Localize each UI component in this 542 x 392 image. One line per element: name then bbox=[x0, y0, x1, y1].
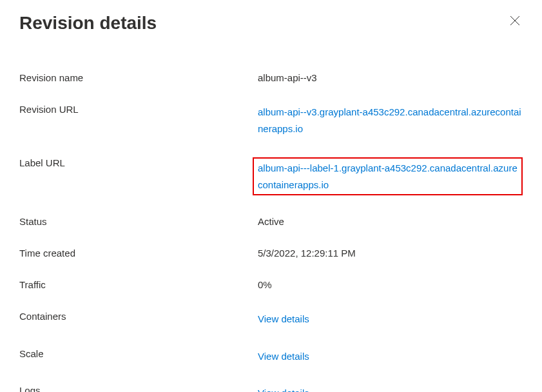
traffic-label: Traffic bbox=[19, 279, 258, 290]
close-button[interactable] bbox=[507, 13, 523, 28]
time-created-value: 5/3/2022, 12:29:11 PM bbox=[258, 248, 523, 259]
label-url-highlight: album-api---label-1.grayplant-a453c292.c… bbox=[253, 157, 523, 195]
traffic-value: 0% bbox=[258, 279, 523, 290]
containers-view-details-link[interactable]: View details bbox=[258, 313, 309, 324]
revision-url-link[interactable]: album-api--v3.grayplant-a453c292.canadac… bbox=[258, 106, 521, 134]
panel-header: Revision details bbox=[19, 13, 523, 34]
revision-url-label: Revision URL bbox=[19, 104, 258, 115]
label-url-label: Label URL bbox=[19, 157, 258, 168]
label-url-link[interactable]: album-api---label-1.grayplant-a453c292.c… bbox=[258, 162, 518, 190]
status-label: Status bbox=[19, 216, 258, 227]
scale-view-details-link[interactable]: View details bbox=[258, 351, 309, 362]
status-value: Active bbox=[258, 216, 523, 227]
logs-label: Logs bbox=[19, 385, 258, 392]
containers-label: Containers bbox=[19, 311, 258, 322]
revision-name-label: Revision name bbox=[19, 72, 258, 83]
close-icon bbox=[510, 15, 520, 26]
revision-name-value: album-api--v3 bbox=[258, 72, 523, 83]
logs-view-details-link[interactable]: View details bbox=[258, 387, 309, 392]
page-title: Revision details bbox=[19, 13, 157, 34]
time-created-label: Time created bbox=[19, 248, 258, 259]
details-grid: Revision name album-api--v3 Revision URL… bbox=[19, 72, 523, 392]
scale-label: Scale bbox=[19, 348, 258, 359]
